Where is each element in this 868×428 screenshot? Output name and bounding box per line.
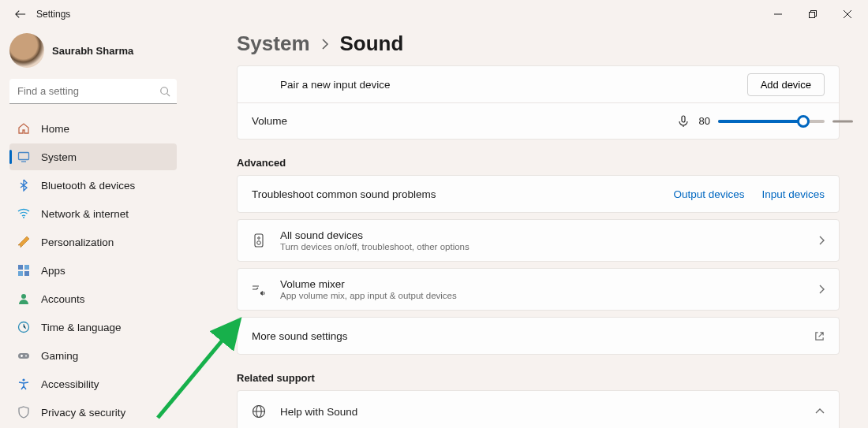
paintbrush-icon	[17, 236, 30, 248]
maximize-button[interactable]	[795, 2, 830, 27]
chevron-up-icon	[815, 408, 825, 415]
svg-point-17	[257, 241, 261, 245]
all-sound-devices-row[interactable]: All sound devices Turn devices on/off, t…	[238, 220, 839, 261]
svg-point-12	[25, 355, 27, 357]
accessibility-icon	[17, 378, 30, 390]
volume-mixer-sub: App volume mix, app input & output devic…	[280, 291, 457, 300]
system-icon	[17, 151, 30, 163]
volume-slider-thumb[interactable]	[797, 115, 810, 128]
breadcrumb: System Sound	[237, 32, 840, 56]
apps-icon	[17, 264, 30, 277]
sidebar-item-apps[interactable]: Apps	[9, 257, 177, 284]
svg-rect-8	[24, 271, 29, 276]
svg-rect-14	[682, 116, 685, 122]
minimize-icon	[774, 10, 782, 18]
svg-point-2	[161, 87, 168, 95]
output-devices-link[interactable]: Output devices	[673, 188, 744, 200]
chevron-right-icon	[321, 39, 329, 50]
sidebar-item-time-language[interactable]: Time & language	[9, 314, 177, 341]
section-advanced: Advanced	[237, 157, 840, 169]
user-name: Saurabh Sharma	[52, 45, 133, 57]
svg-rect-11	[18, 353, 29, 359]
sidebar-item-label: System	[41, 151, 77, 163]
sidebar-item-label: Accounts	[41, 293, 85, 305]
pair-input-row: Pair a new input device Add device	[238, 66, 839, 102]
sidebar-item-system[interactable]: System	[9, 143, 177, 170]
arrow-left-icon	[15, 9, 26, 20]
sidebar-item-gaming[interactable]: Gaming	[9, 342, 177, 369]
close-icon	[844, 10, 851, 18]
app-title: Settings	[36, 9, 70, 20]
back-button[interactable]	[8, 2, 33, 27]
svg-point-13	[22, 378, 24, 381]
search-icon	[159, 86, 170, 97]
gamepad-icon	[17, 349, 30, 362]
sidebar-item-personalization[interactable]: Personalization	[9, 229, 177, 255]
minimize-button[interactable]	[761, 2, 795, 27]
speaker-list-icon	[252, 233, 266, 247]
shield-icon	[17, 406, 30, 419]
search-input[interactable]	[9, 79, 177, 104]
sidebar-item-label: Accessibility	[41, 378, 99, 390]
svg-rect-1	[810, 13, 815, 18]
svg-point-4	[23, 217, 24, 218]
home-icon	[17, 122, 30, 135]
volume-slider-fill	[718, 120, 803, 123]
volume-value: 80	[699, 115, 710, 127]
sidebar-item-label: Personalization	[41, 236, 114, 248]
open-external-icon	[814, 331, 825, 341]
more-sound-settings-row[interactable]: More sound settings	[238, 318, 839, 354]
more-sound-settings-title: More sound settings	[252, 330, 348, 342]
sidebar-item-privacy[interactable]: Privacy & security	[9, 399, 177, 426]
all-sound-devices-title: All sound devices	[280, 229, 470, 241]
volume-slider[interactable]	[718, 120, 825, 123]
add-device-button[interactable]: Add device	[747, 73, 825, 96]
close-button[interactable]	[830, 2, 865, 27]
maximize-icon	[809, 10, 817, 18]
troubleshoot-label: Troubleshoot common sound problems	[252, 188, 436, 200]
help-globe-icon	[252, 404, 266, 419]
sidebar-item-label: Network & internet	[41, 208, 129, 220]
sidebar-item-label: Privacy & security	[41, 407, 125, 419]
svg-point-9	[21, 294, 26, 299]
chevron-right-icon	[818, 236, 825, 245]
svg-rect-5	[18, 265, 23, 270]
sidebar-item-accounts[interactable]: Accounts	[9, 285, 177, 312]
sidebar-item-label: Time & language	[41, 322, 122, 333]
globe-clock-icon	[17, 321, 30, 333]
section-related: Related support	[237, 372, 840, 384]
sidebar-item-bluetooth[interactable]: Bluetooth & devices	[9, 172, 177, 199]
pair-input-label: Pair a new input device	[280, 79, 391, 91]
breadcrumb-parent[interactable]: System	[237, 32, 310, 56]
svg-rect-3	[19, 153, 29, 160]
sidebar-item-network[interactable]: Network & internet	[9, 200, 177, 227]
help-with-sound-title: Help with Sound	[280, 406, 357, 418]
svg-rect-7	[18, 271, 23, 276]
avatar	[9, 33, 44, 68]
search-container	[9, 79, 177, 104]
volume-mixer-title: Volume mixer	[280, 278, 457, 290]
sidebar-item-label: Apps	[41, 265, 65, 277]
profile-block[interactable]: Saurabh Sharma	[9, 28, 177, 76]
volume-row: Volume 80	[238, 102, 839, 139]
volume-label: Volume	[252, 115, 287, 127]
input-devices-link[interactable]: Input devices	[761, 188, 825, 200]
troubleshoot-row: Troubleshoot common sound problems Outpu…	[238, 176, 839, 212]
chevron-right-icon	[818, 285, 825, 294]
sidebar-item-home[interactable]: Home	[9, 115, 177, 142]
bluetooth-icon	[17, 179, 30, 192]
sidebar-item-label: Gaming	[41, 350, 78, 362]
sidebar-item-accessibility[interactable]: Accessibility	[9, 370, 177, 397]
all-sound-devices-sub: Turn devices on/off, troubleshoot, other…	[280, 242, 470, 251]
help-with-sound-row[interactable]: Help with Sound	[238, 391, 839, 428]
person-icon	[17, 292, 30, 305]
mixer-icon	[252, 283, 266, 296]
volume-mixer-row[interactable]: Volume mixer App volume mix, app input &…	[238, 269, 839, 310]
wifi-icon	[17, 207, 30, 220]
sidebar-item-label: Home	[41, 123, 69, 135]
breadcrumb-current: Sound	[340, 32, 404, 56]
microphone-icon[interactable]	[677, 115, 690, 128]
svg-rect-6	[24, 265, 29, 270]
svg-point-16	[258, 237, 260, 240]
sidebar-item-label: Bluetooth & devices	[41, 180, 135, 192]
